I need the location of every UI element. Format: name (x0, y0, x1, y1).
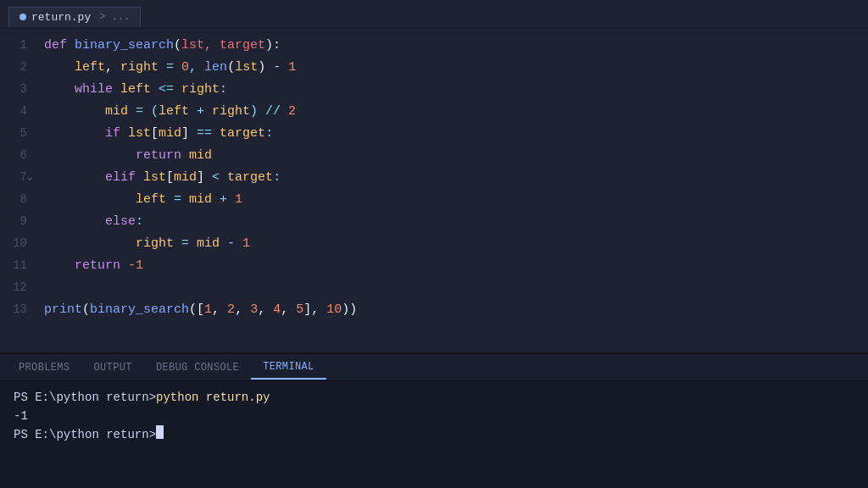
token-var: ) (258, 60, 273, 75)
token-num: 4 (273, 302, 281, 317)
token-op: + (197, 104, 212, 119)
token-op: <= (159, 82, 181, 97)
token-var (44, 192, 136, 207)
panel: PROBLEMSOUTPUTDEBUG CONSOLETERMINAL PS E… (0, 352, 868, 488)
token-var (44, 236, 136, 251)
token-op: + (220, 192, 235, 207)
token-fn: binary_search (90, 302, 189, 317)
line-number: 3 (0, 78, 44, 100)
token-kw: if (105, 126, 128, 141)
code-line: 8 left = mid + 1 (0, 188, 868, 210)
breadcrumb: > ... (96, 11, 130, 23)
token-kw: while (75, 82, 120, 97)
code-line: 2 left, right = 0, len(lst) - 1 (0, 56, 868, 78)
token-var: , (105, 60, 120, 75)
token-var: [ (166, 170, 174, 185)
token-op: , (189, 60, 204, 75)
line-number: 10 (0, 232, 44, 254)
fold-chevron-icon[interactable]: ⌄ (27, 166, 33, 188)
token-op: : (220, 82, 227, 97)
token-var (44, 60, 75, 75)
token-op: = ( (136, 104, 159, 119)
token-kw: return (136, 148, 189, 163)
token-num: 1 (242, 236, 250, 251)
token-yellow: right (181, 82, 220, 97)
token-yellow: target (220, 126, 265, 141)
token-yellow: right (136, 236, 181, 251)
code-area: 1def binary_search(lst, target):2 left, … (0, 29, 868, 352)
token-var: , (212, 302, 227, 317)
token-var (44, 126, 105, 141)
file-tab-icon (19, 14, 26, 20)
token-yellow: target (227, 170, 273, 185)
file-tab[interactable]: return.py > ... (8, 7, 141, 27)
token-var: ], (303, 302, 326, 317)
token-kw: return (75, 258, 128, 273)
panel-tab-output[interactable]: OUTPUT (82, 357, 144, 379)
token-var: ] (197, 170, 212, 185)
token-yellow: mid (105, 104, 136, 119)
code-line: 11 return -1 (0, 254, 868, 276)
token-num: 10 (326, 302, 342, 317)
line-number: 5 (0, 122, 44, 144)
token-var: ] (181, 126, 197, 141)
code-line: 9 else: (0, 210, 868, 232)
token-yellow: mid (189, 148, 212, 163)
token-kw: else (105, 214, 136, 229)
token-num: 1 (204, 302, 212, 317)
line-content: print(binary_search([1, 2, 3, 4, 5], 10)… (44, 299, 868, 321)
line-content: return -1 (44, 255, 868, 277)
terminal-line-2: -1 (14, 407, 854, 425)
token-op: = (181, 236, 197, 251)
line-number: 12 (0, 276, 44, 298)
line-content: return mid (44, 145, 868, 167)
panel-tab-problems[interactable]: PROBLEMS (7, 357, 82, 379)
token-var (44, 170, 105, 185)
token-var: )) (342, 302, 357, 317)
token-var (44, 82, 75, 97)
token-yellow: right (120, 60, 159, 75)
token-op: = (174, 192, 189, 207)
token-var: [ (151, 126, 159, 141)
code-line: 7⌄ elif lst[mid] < target: (0, 166, 868, 188)
token-num: 2 (288, 104, 296, 119)
token-op: - (273, 60, 288, 75)
token-var (44, 104, 105, 119)
token-kw: elif (105, 170, 143, 185)
panel-tabs: PROBLEMSOUTPUTDEBUG CONSOLETERMINAL (0, 354, 868, 381)
code-line: 6 return mid (0, 144, 868, 166)
line-content: mid = (left + right) // 2 (44, 101, 868, 123)
code-editor: 1def binary_search(lst, target):2 left, … (0, 29, 868, 352)
token-var: ([ (189, 302, 204, 317)
terminal-line-3: PS E:\python return> (14, 425, 854, 444)
line-content: left, right = 0, len(lst) - 1 (44, 57, 868, 79)
token-op: < (212, 170, 227, 185)
line-number: 4 (0, 100, 44, 122)
terminal-cursor (156, 425, 164, 439)
token-yellow: mid (189, 192, 220, 207)
token-yellow: mid (197, 236, 227, 251)
token-op: : (273, 170, 281, 185)
terminal-prompt-1: PS E:\python return> (14, 388, 156, 407)
code-line: 12 (0, 276, 868, 298)
token-fn: binary_search (75, 38, 174, 53)
token-var (44, 258, 75, 273)
token-var (44, 214, 105, 229)
token-op: = (159, 60, 181, 75)
token-var: , (258, 302, 273, 317)
token-yellow: lst (235, 60, 258, 75)
line-number: 1 (0, 34, 44, 56)
panel-tab-debug-console[interactable]: DEBUG CONSOLE (144, 357, 251, 379)
line-content: def binary_search(lst, target): (44, 35, 868, 57)
code-line: 13print(binary_search([1, 2, 3, 4, 5], 1… (0, 298, 868, 320)
token-var (44, 148, 136, 163)
token-builtin: print (44, 302, 82, 317)
panel-tab-terminal[interactable]: TERMINAL (251, 356, 326, 380)
token-op: : (136, 214, 143, 229)
line-number: 13 (0, 298, 44, 320)
token-op: == (197, 126, 220, 141)
token-yellow: left (159, 104, 197, 119)
token-yellow: left (75, 60, 105, 75)
token-yellow: mid (174, 170, 197, 185)
code-line: 10 right = mid - 1 (0, 232, 868, 254)
